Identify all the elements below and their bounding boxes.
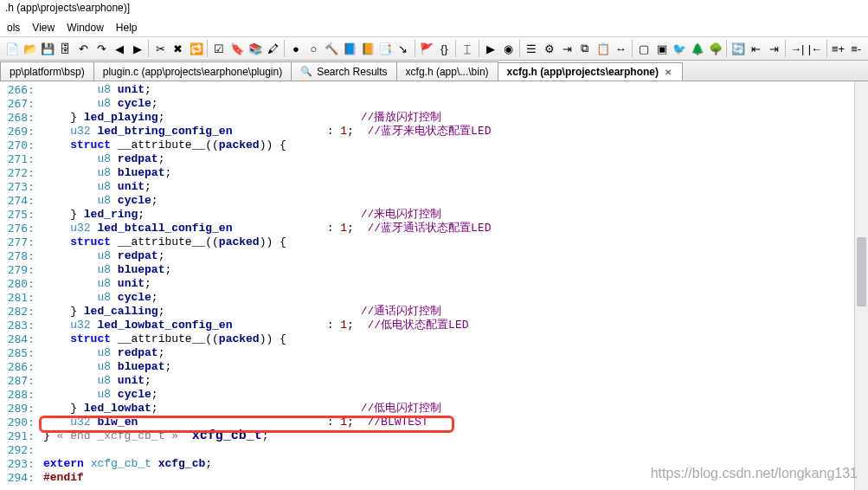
build-button[interactable]: 🔨 xyxy=(323,40,340,57)
play-p-button[interactable]: ▶ xyxy=(482,40,499,57)
code-line[interactable]: u8 bluepat; xyxy=(43,360,868,374)
multi-icon: 📑 xyxy=(378,42,392,55)
code-line[interactable]: } « end _xcfg_cb_t » xcfg_cb_t; xyxy=(43,429,868,443)
bp-clear-button[interactable]: ○ xyxy=(305,40,323,57)
code-area[interactable]: u8 unit; u8 cycle; } led_playing; //播放闪灯… xyxy=(43,81,868,490)
circle-button[interactable]: ◉ xyxy=(499,40,517,57)
code-line[interactable]: u8 bluepat; xyxy=(43,263,868,277)
line-number: 289: xyxy=(0,402,35,416)
brace-button[interactable]: {} xyxy=(435,40,453,57)
align-left-button[interactable]: ⇤ xyxy=(748,40,765,57)
code-line[interactable]: struct __attribute__((packed)) { xyxy=(43,332,868,346)
paste-block-button[interactable]: 📋 xyxy=(595,40,612,57)
tab-1[interactable]: plugin.c (app\projects\earphone\plugin) xyxy=(93,61,292,81)
tab-label: Search Results xyxy=(317,66,387,78)
multi-button[interactable]: 📑 xyxy=(376,40,394,57)
replace-button[interactable]: 🔁 xyxy=(188,40,205,57)
save-button[interactable]: 💾 xyxy=(39,40,56,57)
tree2-button[interactable]: 🌳 xyxy=(707,40,724,57)
line-number: 269: xyxy=(0,125,35,139)
bookmarks-button[interactable]: 📚 xyxy=(247,40,264,57)
open-button[interactable]: 📂 xyxy=(22,40,39,57)
options-button[interactable]: ⚙ xyxy=(541,40,558,57)
list-rem-button[interactable]: ≡- xyxy=(847,40,865,57)
tab-0[interactable]: pp\platform\bsp) xyxy=(0,61,94,81)
code-line[interactable]: struct __attribute__((packed)) { xyxy=(43,235,868,249)
win2-button[interactable]: ▣ xyxy=(653,40,671,57)
code-line[interactable]: u32 led_btring_config_en : 1; //蓝牙来电状态配置… xyxy=(43,125,868,139)
code-line[interactable]: u32 blw_en : 1; //BLWTEST xyxy=(43,416,868,429)
tab-3[interactable]: xcfg.h (app\...\bin) xyxy=(396,61,498,81)
bp-toggle-button[interactable]: ● xyxy=(287,40,305,57)
code-line[interactable]: } led_playing; //播放闪灯控制 xyxy=(43,111,868,125)
code-line[interactable]: } led_lowbat; //低电闪灯控制 xyxy=(43,402,868,416)
flag-r-button[interactable]: 🚩 xyxy=(418,40,435,57)
tab-2[interactable]: 🔍Search Results xyxy=(291,61,396,81)
vertical-scrollbar[interactable] xyxy=(854,81,868,490)
bp-toggle-icon: ● xyxy=(293,42,299,55)
indent-dec-button[interactable]: |← xyxy=(807,40,824,57)
menu-item-view[interactable]: View xyxy=(27,20,60,35)
bp-clear-icon: ○ xyxy=(311,42,318,55)
jump-button[interactable]: ↘ xyxy=(395,40,412,57)
menu-item-window[interactable]: Window xyxy=(61,20,109,35)
code-line[interactable]: u8 cycle; xyxy=(43,97,868,111)
win1-button[interactable]: ▢ xyxy=(635,40,653,57)
code-line[interactable]: u8 bluepat; xyxy=(43,166,868,180)
new-button[interactable]: 📄 xyxy=(3,40,21,57)
toggle-button[interactable]: ☑ xyxy=(210,40,228,57)
close-icon[interactable]: ✕ xyxy=(663,67,673,77)
toolbar-separator xyxy=(785,40,786,57)
tab-4[interactable]: xcfg.h (app\projects\earphone)✕ xyxy=(498,62,683,81)
sync-button[interactable]: 🔄 xyxy=(730,40,747,57)
toolbar-separator xyxy=(148,40,149,57)
list-add-button[interactable]: ≡+ xyxy=(830,40,847,57)
code-line[interactable]: u8 cycle; xyxy=(43,291,868,305)
saveall-button[interactable]: 🗄 xyxy=(57,40,74,57)
cursor-button[interactable]: ⌶ xyxy=(459,40,476,57)
mark-button[interactable]: 🔖 xyxy=(228,40,246,57)
code-line[interactable]: u8 redpat; xyxy=(43,152,868,166)
tab-label: plugin.c (app\projects\earphone\plugin) xyxy=(103,66,282,78)
code-line[interactable]: u8 redpat; xyxy=(43,346,868,360)
stack-button[interactable]: ☰ xyxy=(523,40,540,57)
cut-button[interactable]: ✂ xyxy=(151,40,169,57)
highlight-button[interactable]: 🖍 xyxy=(264,40,281,57)
code-line[interactable] xyxy=(43,443,868,457)
nav-fwd-button[interactable]: ▶ xyxy=(129,40,146,57)
indent-inc-button[interactable]: →| xyxy=(788,40,806,57)
indent-button[interactable]: ⇥ xyxy=(558,40,575,57)
align-right-button[interactable]: ⇥ xyxy=(766,40,783,57)
book2-button[interactable]: 📙 xyxy=(359,40,376,57)
exclude-icon: ✖ xyxy=(173,42,183,55)
copy-block-icon: ⧉ xyxy=(581,42,588,55)
code-line[interactable]: struct __attribute__((packed)) { xyxy=(43,139,868,152)
circle-icon: ◉ xyxy=(504,42,513,55)
code-line[interactable]: u8 cycle; xyxy=(43,194,868,208)
editor[interactable]: 266:267:268:269:270:271:272:273:274:275:… xyxy=(0,81,868,490)
scrollbar-thumb[interactable] xyxy=(857,237,866,306)
line-number: 292: xyxy=(0,443,35,457)
bird-button[interactable]: 🐦 xyxy=(671,40,688,57)
code-line[interactable]: u8 unit; xyxy=(43,180,868,194)
code-line[interactable]: } led_calling; //通话闪灯控制 xyxy=(43,305,868,319)
copy-block-button[interactable]: ⧉ xyxy=(576,40,594,57)
code-line[interactable]: u8 cycle; xyxy=(43,388,868,402)
move-button[interactable]: ↔ xyxy=(612,40,629,57)
menu-item-ols[interactable]: ols xyxy=(2,20,25,35)
toolbar-separator xyxy=(415,40,415,57)
redo-button[interactable]: ↷ xyxy=(93,40,110,57)
code-line[interactable]: u32 led_lowbat_config_en : 1; //低电状态配置LE… xyxy=(43,319,868,332)
undo-button[interactable]: ↶ xyxy=(75,40,93,57)
code-line[interactable]: u8 unit; xyxy=(43,374,868,388)
code-line[interactable]: u8 unit; xyxy=(43,277,868,291)
code-line[interactable]: } led_ring; //来电闪灯控制 xyxy=(43,208,868,222)
nav-back-button[interactable]: ◀ xyxy=(111,40,128,57)
menu-item-help[interactable]: Help xyxy=(111,20,143,35)
code-line[interactable]: u8 unit; xyxy=(43,83,868,97)
code-line[interactable]: u32 led_btcall_config_en : 1; //蓝牙通话状态配置… xyxy=(43,222,868,235)
exclude-button[interactable]: ✖ xyxy=(170,40,187,57)
tree1-button[interactable]: 🌲 xyxy=(689,40,706,57)
code-line[interactable]: u8 redpat; xyxy=(43,249,868,263)
book1-button[interactable]: 📘 xyxy=(341,40,358,57)
